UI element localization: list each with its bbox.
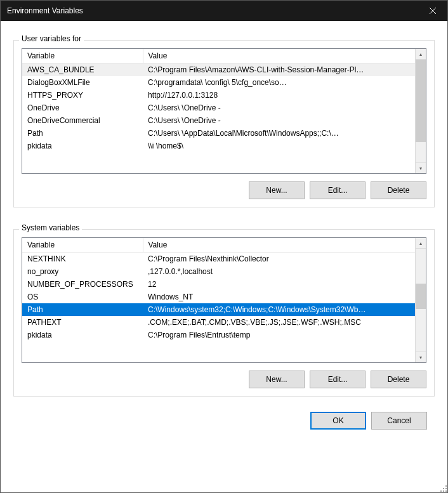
variable-value-cell: C:\Users\ \OneDrive - [143, 114, 415, 127]
scroll-down-icon[interactable]: ▾ [416, 352, 426, 362]
variable-name-cell: OS [22, 291, 143, 303]
scroll-up-icon[interactable]: ▴ [416, 49, 426, 60]
table-row[interactable]: no_proxy ,127.0.0.*,localhost [22, 265, 415, 278]
user-col-variable[interactable]: Variable [22, 49, 143, 63]
table-row[interactable]: OneDriveCommercialC:\Users\ \OneDrive - [22, 114, 415, 127]
table-row[interactable]: NEXTHINKC:\Program Files\Nexthink\Collec… [22, 253, 415, 266]
variable-value-cell: \\i \home$\ [143, 140, 415, 152]
close-button[interactable] [418, 1, 447, 21]
user-variables-group: User variables for Variable Value AWS_CA… [13, 40, 435, 207]
user-edit-button[interactable]: Edit... [310, 181, 366, 199]
variable-name-cell: DialogBoxXMLFile [22, 76, 143, 89]
variable-name-cell: Path [22, 303, 143, 316]
dialog-footer: OK Cancel [13, 412, 435, 430]
table-row[interactable]: OSWindows_NT [22, 291, 415, 303]
dialog-content: User variables for Variable Value AWS_CA… [1, 21, 447, 492]
user-col-value[interactable]: Value [143, 49, 415, 63]
system-scrollbar[interactable]: ▴ ▾ [415, 238, 426, 362]
user-group-label: User variables for [19, 34, 84, 43]
variable-value-cell: .COM;.EXE;.BAT;.CMD;.VBS;.VBE;.JS;.JSE;.… [143, 316, 415, 329]
table-row[interactable]: AWS_CA_BUNDLEC:\Program Files\Amazon\AWS… [22, 63, 415, 77]
scroll-down-icon[interactable]: ▾ [416, 162, 426, 173]
user-variables-table: Variable Value AWS_CA_BUNDLEC:\Program F… [22, 49, 415, 152]
table-row[interactable]: DialogBoxXMLFileC:\programdata\ \config\… [22, 76, 415, 89]
system-group-label: System variables [19, 223, 82, 232]
table-row[interactable]: PATHEXT.COM;.EXE;.BAT;.CMD;.VBS;.VBE;.JS… [22, 316, 415, 329]
variable-name-cell: OneDriveCommercial [22, 114, 143, 127]
variable-value-cell: C:\programdata\ \config\ 5\cfg_once\so… [143, 76, 415, 89]
system-variables-group: System variables Variable Value NEXTHINK… [13, 229, 435, 397]
table-row[interactable]: HTTPS_PROXYhttp://127.0.0.1:3128 [22, 89, 415, 102]
variable-value-cell: C:\Program Files\Nexthink\Collector [143, 253, 415, 266]
variable-name-cell: NUMBER_OF_PROCESSORS [22, 278, 143, 291]
user-scrollbar[interactable]: ▴ ▾ [415, 49, 426, 173]
window-title: Environment Variables [7, 6, 83, 15]
user-new-button[interactable]: New... [249, 181, 305, 199]
system-delete-button[interactable]: Delete [371, 371, 426, 388]
variable-name-cell: Path [22, 127, 143, 140]
variable-value-cell: C:\Users\ \AppData\Local\Microsoft\Windo… [143, 127, 415, 140]
variable-name-cell: HTTPS_PROXY [22, 89, 143, 102]
table-row[interactable]: PathC:\Users\ \AppData\Local\Microsoft\W… [22, 127, 415, 140]
scroll-thumb[interactable] [416, 284, 426, 309]
system-col-value[interactable]: Value [143, 238, 415, 253]
variable-name-cell: no_proxy [22, 265, 143, 278]
system-variables-table: Variable Value NEXTHINKC:\Program Files\… [22, 238, 415, 341]
user-table-wrap: Variable Value AWS_CA_BUNDLEC:\Program F… [22, 48, 426, 174]
close-icon [430, 8, 436, 14]
table-row[interactable]: PathC:\Windows\system32;C:\Windows;C:\Wi… [22, 303, 415, 316]
variable-name-cell: pkidata [22, 140, 143, 152]
variable-value-cell: http://127.0.0.1:3128 [143, 89, 415, 102]
cancel-button[interactable]: Cancel [371, 412, 427, 430]
system-col-variable[interactable]: Variable [22, 238, 143, 253]
variable-value-cell: 12 [143, 278, 415, 291]
variable-name-cell: AWS_CA_BUNDLE [22, 63, 143, 77]
user-delete-button[interactable]: Delete [371, 181, 426, 199]
resize-grip[interactable] [439, 484, 447, 492]
variable-name-cell: PATHEXT [22, 316, 143, 329]
variable-name-cell: NEXTHINK [22, 253, 143, 266]
system-new-button[interactable]: New... [249, 371, 305, 388]
system-button-row: New... Edit... Delete [22, 371, 426, 388]
scroll-up-icon[interactable]: ▴ [416, 238, 426, 249]
variable-value-cell: Windows_NT [143, 291, 415, 303]
system-edit-button[interactable]: Edit... [310, 371, 366, 388]
table-row[interactable]: NUMBER_OF_PROCESSORS12 [22, 278, 415, 291]
variable-value-cell: C:\Program Files\Amazon\AWS-CLI-with-Ses… [143, 63, 415, 77]
ok-button[interactable]: OK [310, 412, 366, 430]
user-button-row: New... Edit... Delete [22, 181, 426, 199]
titlebar: Environment Variables [1, 1, 447, 21]
system-table-scroll[interactable]: Variable Value NEXTHINKC:\Program Files\… [22, 238, 415, 362]
variable-value-cell: C:\Users\ \OneDrive - [143, 102, 415, 114]
variable-value-cell: C:\Windows\system32;C:\Windows;C:\Window… [143, 303, 415, 316]
variable-value-cell: ,127.0.0.*,localhost [143, 265, 415, 278]
system-table-wrap: Variable Value NEXTHINKC:\Program Files\… [22, 237, 426, 363]
user-table-scroll[interactable]: Variable Value AWS_CA_BUNDLEC:\Program F… [22, 49, 415, 173]
variable-name-cell: OneDrive [22, 102, 143, 114]
scroll-thumb[interactable] [416, 60, 426, 142]
table-row[interactable]: pkidata\\i \home$\ [22, 140, 415, 152]
table-row[interactable]: pkidataC:\Program Files\Entrust\temp [22, 329, 415, 341]
table-row[interactable]: OneDriveC:\Users\ \OneDrive - [22, 102, 415, 114]
variable-value-cell: C:\Program Files\Entrust\temp [143, 329, 415, 341]
variable-name-cell: pkidata [22, 329, 143, 341]
